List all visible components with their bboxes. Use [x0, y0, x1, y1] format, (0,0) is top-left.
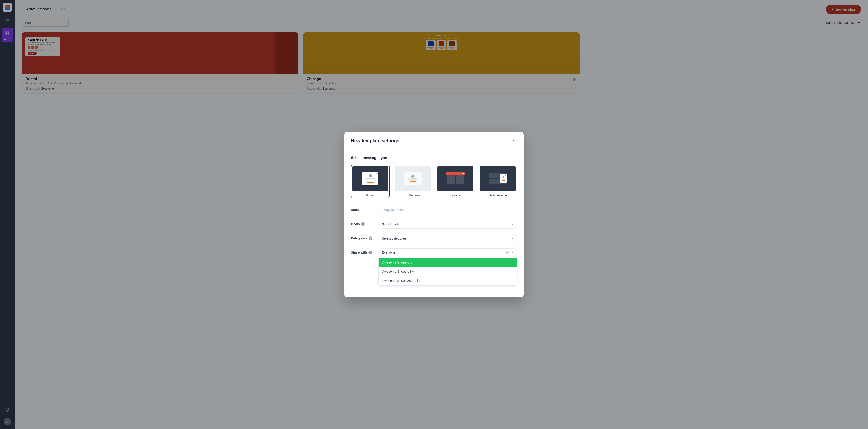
msg-type-fullscreen[interactable]: × Fullscreen	[393, 165, 432, 198]
fs-circle-icon	[411, 175, 414, 178]
goals-select-wrapper: Select goals ▼	[378, 220, 517, 229]
dropdown-item-au[interactable]: Awesome Shoes Australia	[379, 276, 517, 285]
msg-type-nanobar[interactable]: × Nanobar	[436, 165, 475, 198]
nanobar-label: Nanobar	[437, 194, 473, 197]
msg-type-sidemessage[interactable]: Sidemessage	[478, 165, 517, 198]
fs-line-1	[408, 178, 417, 179]
side-card-line-1	[501, 178, 505, 179]
modal-header: New template settings ×	[344, 132, 524, 150]
dropdown-item-uk[interactable]: Awesome Shoes UK	[379, 258, 517, 267]
popup-illustration	[362, 172, 378, 186]
share-with-field-row: Share with i ⊞ ▲ Awesome Shoes UK A	[351, 249, 517, 286]
categories-select[interactable]: Select categories	[378, 234, 517, 243]
fullscreen-preview: ×	[395, 166, 431, 191]
msg-type-popup[interactable]: Popup	[351, 165, 390, 198]
popup-circle-icon	[369, 174, 372, 177]
message-types-grid: Popup × Fullscreen	[351, 165, 517, 198]
share-with-input[interactable]	[382, 251, 504, 254]
popup-line-1	[366, 178, 375, 179]
sidemessage-illustration	[489, 172, 507, 185]
message-type-section-title: Select message type	[351, 156, 517, 160]
popup-close-dot	[376, 172, 378, 174]
popup-preview	[352, 166, 388, 191]
fs-btn-icon	[410, 181, 416, 182]
modal: New template settings × Select message t…	[344, 132, 524, 297]
categories-info-icon[interactable]: i	[369, 236, 372, 240]
sidemessage-label: Sidemessage	[480, 194, 516, 197]
categories-select-wrapper: Select categories ▼	[378, 234, 517, 243]
goals-label: Goals i	[351, 220, 374, 226]
modal-body: Select message type Popup	[344, 150, 524, 297]
modal-close-button[interactable]: ×	[510, 137, 517, 144]
name-label: Name	[351, 206, 374, 211]
side-card-close	[505, 175, 506, 176]
fs-close-icon: ×	[419, 173, 421, 175]
share-input-row: ⊞ ▲	[379, 249, 517, 257]
popup-line-2	[367, 180, 374, 180]
dropdown-item-usa[interactable]: Awesome Shoes USA	[379, 267, 517, 276]
share-with-label: Share with i	[351, 249, 374, 254]
goals-select[interactable]: Select goals	[378, 220, 517, 229]
share-with-wrapper: ⊞ ▲	[378, 249, 517, 257]
name-field-row: Name	[351, 206, 517, 214]
goals-field-row: Goals i Select goals ▼	[351, 220, 517, 229]
popup-label: Popup	[352, 194, 388, 197]
share-dropdown-list: Awesome Shoes UK Awesome Shoes USA Aweso…	[378, 258, 517, 286]
fs-line-2	[408, 179, 417, 180]
template-name-input[interactable]	[378, 206, 517, 214]
nano-close-icon: ×	[462, 173, 464, 174]
nanobar-preview: ×	[437, 166, 473, 191]
side-card-btn	[501, 180, 505, 181]
side-card-line-2	[501, 179, 505, 180]
share-with-info-icon[interactable]: i	[368, 251, 372, 254]
fullscreen-label: Fullscreen	[395, 194, 431, 197]
sidemessage-preview	[480, 166, 516, 191]
share-grid-icon[interactable]: ⊞	[506, 251, 509, 255]
categories-field-row: Categories i Select categories ▼	[351, 234, 517, 243]
popup-btn-icon	[367, 182, 374, 183]
share-with-container: ⊞ ▲ Awesome Shoes UK Awesome Shoes USA A…	[378, 249, 517, 286]
goals-info-icon[interactable]: i	[361, 222, 365, 226]
nano-top-bar: ×	[446, 172, 465, 175]
categories-label: Categories i	[351, 234, 374, 240]
fullscreen-illustration: ×	[404, 172, 422, 185]
modal-overlay[interactable]: New template settings × Select message t…	[0, 0, 868, 429]
modal-title: New template settings	[351, 138, 399, 143]
nanobar-illustration: ×	[446, 172, 465, 185]
nano-content	[446, 175, 465, 185]
side-card-circle	[502, 176, 504, 178]
side-card-illustration	[500, 174, 506, 183]
share-chevron-up-icon[interactable]: ▲	[511, 251, 514, 254]
